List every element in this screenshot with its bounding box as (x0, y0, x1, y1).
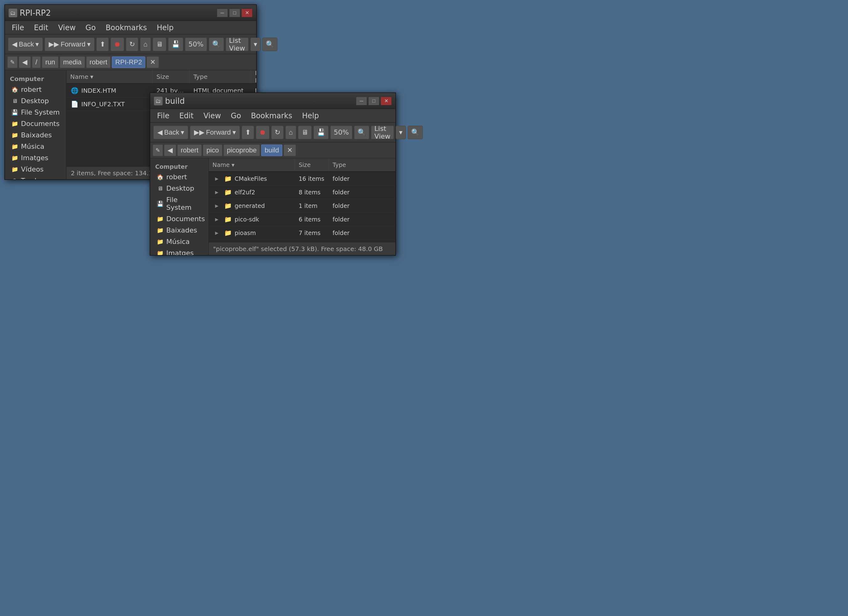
menu-edit-build[interactable]: Edit (175, 110, 198, 122)
menu-view-build[interactable]: View (199, 110, 225, 122)
zoom-icon-build[interactable]: 🔍 (354, 126, 369, 139)
up-button-build[interactable]: ⬆ (242, 126, 254, 139)
menu-help-build[interactable]: Help (298, 110, 323, 122)
folder-icon-pico-sdk: 📁 (224, 215, 232, 224)
breadcrumb-pico[interactable]: pico (203, 144, 222, 156)
sidebar-item-trash[interactable]: 🗑 Trash (5, 175, 66, 179)
sidebar-item-baixades-build[interactable]: 📁 Baixades (150, 224, 209, 236)
sidebar-item-robert[interactable]: 🏠 robert (5, 84, 66, 95)
file-row-elf2uf2[interactable]: ▶ 📁 elf2uf2 8 items folder Thu 19 May 20… (209, 186, 395, 199)
forward-button[interactable]: ▶▶ Forward ▾ (44, 37, 95, 51)
folder-icon: 📁 (224, 174, 232, 183)
reload-button[interactable]: ↻ (126, 37, 138, 51)
expand-icon-elf2uf2[interactable]: ▶ (212, 190, 221, 194)
col-header-size[interactable]: Size (153, 70, 190, 83)
computer-button-build[interactable]: 🖥 (298, 126, 311, 139)
breadcrumb-prev[interactable]: ◀ (19, 56, 31, 68)
menu-bookmarks-build[interactable]: Bookmarks (247, 110, 297, 122)
sidebar-item-imatges-build[interactable]: 📁 Imatges (150, 247, 209, 255)
search-button[interactable]: 🔍 (262, 37, 277, 51)
stop-button[interactable]: ⏺ (111, 37, 124, 51)
file-name-elf2uf2: elf2uf2 (235, 189, 255, 196)
breadcrumb-build[interactable]: build (261, 144, 282, 156)
stop-button-build[interactable]: ⏺ (256, 126, 270, 139)
breadcrumb-run[interactable]: run (42, 56, 58, 68)
sidebar-build: Computer 🏠 robert 🖥 Desktop 💾 File Syste… (150, 158, 209, 255)
minimize-button[interactable]: ─ (217, 9, 228, 17)
view-mode-build: List View (371, 126, 394, 139)
expand-icon-pioasm[interactable]: ▶ (212, 230, 221, 235)
maximize-button[interactable]: □ (229, 9, 240, 17)
view-dropdown-build[interactable]: ▾ (396, 126, 406, 139)
sidebar-item-musica-build[interactable]: 📁 Música (150, 236, 209, 247)
breadcrumb-prev-build[interactable]: ◀ (164, 144, 176, 156)
zoom-icon-button[interactable]: 🔍 (209, 37, 224, 51)
menu-bookmarks[interactable]: Bookmarks (101, 22, 151, 34)
col-header-type-build[interactable]: Type (329, 158, 395, 171)
location-bar: ✎ ◀ / run media robert RPI-RP2 ✕ (5, 54, 256, 70)
window-title-build: build (165, 96, 185, 105)
search-button-build[interactable]: 🔍 (408, 126, 423, 139)
folder-icon-pioasm: 📁 (224, 229, 232, 237)
home-button-build[interactable]: ⌂ (285, 126, 296, 139)
sidebar-item-robert-build[interactable]: 🏠 robert (150, 171, 209, 183)
col-header-date[interactable]: Date Modified (251, 70, 256, 83)
file-row-cmakefiles[interactable]: ▶ 📁 CMakeFiles 16 items folder Thu 19 Ma… (209, 172, 395, 186)
computer-button[interactable]: 🖥 (153, 37, 166, 51)
breadcrumb-close[interactable]: ✕ (147, 56, 159, 68)
reload-button-build[interactable]: ↻ (271, 126, 283, 139)
minimize-button-build[interactable]: ─ (356, 97, 367, 105)
back-button-build[interactable]: ◀ Back ▾ (153, 126, 188, 139)
file-row-pico-sdk[interactable]: ▶ 📁 pico-sdk 6 items folder Thu 19 May 2… (209, 212, 395, 226)
up-button[interactable]: ⬆ (96, 37, 109, 51)
sidebar-item-filesystem[interactable]: 💾 File System (5, 107, 66, 118)
expand-icon-generated[interactable]: ▶ (212, 203, 221, 208)
sidebar-item-documents[interactable]: 📁 Documents (5, 118, 66, 129)
size-cmakefiles: 16 items (295, 175, 329, 182)
view-dropdown-button[interactable]: ▾ (251, 37, 261, 51)
close-button[interactable]: ✕ (242, 9, 252, 17)
col-header-name[interactable]: Name ▾ (67, 70, 153, 83)
sidebar-item-desktop-build[interactable]: 🖥 Desktop (150, 183, 209, 194)
menu-file[interactable]: File (7, 22, 28, 34)
save-button[interactable]: 💾 (168, 37, 183, 51)
back-button[interactable]: ◀ Back ▾ (8, 37, 43, 51)
sidebar-item-filesystem-build[interactable]: 💾 File System (150, 194, 209, 213)
breadcrumb-close-build[interactable]: ✕ (283, 144, 296, 156)
col-header-name-build[interactable]: Name ▾ (209, 158, 295, 171)
col-header-type[interactable]: Type (190, 70, 251, 83)
view-mode: List View (226, 37, 249, 51)
sidebar-item-musica[interactable]: 📁 Música (5, 141, 66, 152)
menu-edit[interactable]: Edit (30, 22, 52, 34)
sort-arrow-build: ▾ (231, 162, 235, 168)
sidebar-item-imatges[interactable]: 📁 Imatges (5, 152, 66, 163)
sidebar-item-desktop[interactable]: 🖥 Desktop (5, 95, 66, 107)
file-row-cmake-cache[interactable]: ▶ 📄 CMakeCache.txt 20.2 kB plain text do… (209, 240, 395, 242)
breadcrumb-root[interactable]: / (32, 56, 41, 68)
breadcrumb-rpi-rp2[interactable]: RPI-RP2 (112, 56, 145, 68)
breadcrumb-robert-build[interactable]: robert (177, 144, 202, 156)
breadcrumb-media[interactable]: media (60, 56, 85, 68)
breadcrumb-robert[interactable]: robert (86, 56, 111, 68)
menu-file-build[interactable]: File (153, 110, 173, 122)
file-row-pioasm[interactable]: ▶ 📁 pioasm 7 items folder Thu 19 May 202… (209, 226, 395, 240)
expand-icon-pico-sdk[interactable]: ▶ (212, 217, 221, 222)
forward-button-build[interactable]: ▶▶ Forward ▾ (190, 126, 240, 139)
menu-view[interactable]: View (54, 22, 80, 34)
expand-icon[interactable]: ▶ (212, 176, 221, 181)
menu-go[interactable]: Go (81, 22, 100, 34)
save-button-build[interactable]: 💾 (313, 126, 329, 139)
location-edit-button-build[interactable]: ✎ (153, 144, 163, 156)
location-edit-button[interactable]: ✎ (7, 56, 18, 68)
file-row-generated[interactable]: ▶ 📁 generated 1 item folder Thu 19 May 2… (209, 199, 395, 212)
menu-go-build[interactable]: Go (227, 110, 245, 122)
col-header-size-build[interactable]: Size (295, 158, 329, 171)
sidebar-item-documents-build[interactable]: 📁 Documents (150, 213, 209, 224)
close-button-build[interactable]: ✕ (381, 97, 392, 105)
home-button[interactable]: ⌂ (140, 37, 151, 51)
sidebar-item-videos[interactable]: 📁 Vídeos (5, 163, 66, 175)
sidebar-item-baixades[interactable]: 📁 Baixades (5, 129, 66, 141)
menu-help[interactable]: Help (153, 22, 178, 34)
maximize-button-build[interactable]: □ (368, 97, 380, 105)
breadcrumb-picoprobe[interactable]: picoprobe (224, 144, 260, 156)
